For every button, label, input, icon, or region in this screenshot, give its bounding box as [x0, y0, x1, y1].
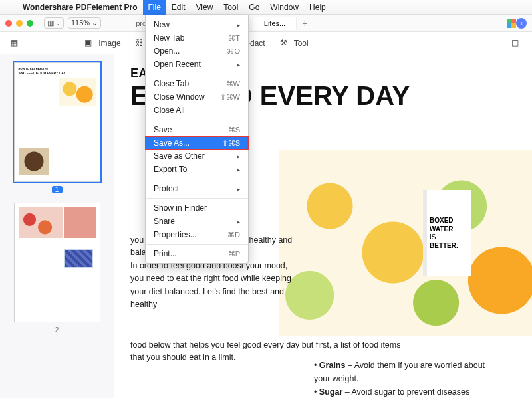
- menu-file[interactable]: File: [143, 0, 166, 15]
- menu-item-open-recent[interactable]: Open Recent: [146, 58, 248, 71]
- page-thumbnails-panel: HOW TO EAT HEALTHY AND FEEL GOOD EVERY D…: [0, 54, 114, 398]
- menu-item-shortcut: ⌘S: [228, 126, 240, 134]
- menu-item-properties[interactable]: Properties...⌘D: [146, 228, 248, 241]
- thumb1-coffee-icon: [19, 148, 49, 175]
- menu-item-shortcut: ⌘D: [227, 231, 240, 239]
- menu-item-label: Open...: [154, 47, 180, 56]
- close-window-button[interactable]: [5, 20, 12, 27]
- link-icon: ⛓: [136, 38, 146, 48]
- panel-toggle[interactable]: ◫: [511, 38, 521, 48]
- menu-window[interactable]: Window: [265, 0, 304, 15]
- menu-edit[interactable]: Edit: [166, 0, 191, 15]
- menu-separator: [146, 74, 248, 74]
- ribbon-image[interactable]: ▣Image: [84, 38, 120, 48]
- menu-item-save[interactable]: Save⌘S: [146, 123, 248, 136]
- menu-item-label: Save As...: [154, 138, 190, 148]
- hero-image: BOXED WATER IS BETTER.: [279, 150, 532, 336]
- menu-separator: [146, 179, 248, 179]
- thumb2-berries-icon: [64, 249, 93, 268]
- menu-item-label: Close Tab: [154, 79, 189, 88]
- tab-3[interactable]: Lifes...: [253, 17, 297, 30]
- menu-item-label: Open Recent: [154, 60, 201, 69]
- menu-item-shortcut: ⌘P: [228, 250, 240, 258]
- ribbon-image-label: Image: [98, 39, 120, 48]
- menu-item-save-as[interactable]: Save As...⇧⌘S: [146, 136, 248, 149]
- menu-item-label: Close All: [154, 106, 185, 115]
- para2: In order to feel good and boost your moo…: [130, 261, 291, 309]
- app-name: Wondershare PDFelement Pro: [17, 3, 143, 12]
- menu-item-new[interactable]: New: [146, 18, 248, 31]
- window-toolbar: ▥⌄ 115% ⌄ prod... Prod... color2 Lifes..…: [0, 15, 532, 32]
- menu-view[interactable]: View: [191, 0, 219, 15]
- page-thumbnail-1[interactable]: HOW TO EAT HEALTHY AND FEEL GOOD EVERY D…: [14, 62, 100, 182]
- menu-go[interactable]: Go: [243, 0, 265, 15]
- menu-item-open[interactable]: Open...⌘O: [146, 45, 248, 58]
- ribbon-tool[interactable]: ⚒Tool: [280, 38, 309, 48]
- carton-line: WATER: [430, 225, 468, 234]
- menu-item-shortcut: ⇧⌘W: [220, 93, 240, 102]
- menu-item-shortcut: ⇧⌘S: [222, 139, 240, 148]
- new-tab-button[interactable]: +: [297, 18, 313, 29]
- menu-separator: [146, 244, 248, 245]
- image-icon: ▣: [84, 38, 94, 48]
- menu-separator: [146, 120, 248, 120]
- menu-item-print[interactable]: Print...⌘P: [146, 247, 248, 260]
- menu-item-show-in-finder[interactable]: Show in Finder: [146, 201, 248, 215]
- menu-separator: [146, 198, 248, 199]
- menu-item-export-to[interactable]: Export To: [146, 163, 248, 176]
- panel-icon: ◫: [511, 38, 521, 48]
- carton-line: BOXED: [430, 217, 468, 225]
- page-thumbnail-2[interactable]: [14, 203, 100, 322]
- bullet-list: • Grains – Avoid them if you are worried…: [314, 359, 500, 398]
- menu-item-label: Share: [154, 217, 175, 226]
- menu-item-label: New: [154, 20, 170, 29]
- thumb1-line2: AND FEEL GOOD EVERY DAY: [19, 71, 66, 75]
- bullet-1-bold: Grains: [319, 361, 346, 370]
- carton-line: IS: [430, 233, 468, 242]
- zoom-select[interactable]: 115% ⌄: [68, 17, 101, 29]
- menu-item-shortcut: ⌘O: [227, 47, 240, 56]
- menu-item-close-window[interactable]: Close Window⇧⌘W: [146, 90, 248, 104]
- bullet-2-bold: Sugar: [319, 387, 342, 397]
- thumb1-hero-icon: [59, 78, 96, 106]
- page-1-badge: 1: [52, 186, 63, 193]
- app-launcher-icon[interactable]: [507, 19, 516, 28]
- page-2-label: 2: [8, 326, 106, 334]
- menu-item-label: Properties...: [154, 230, 197, 239]
- menu-item-save-as-other[interactable]: Save as Other: [146, 149, 248, 163]
- menu-item-new-tab[interactable]: New Tab⌘T: [146, 31, 248, 45]
- menu-item-close-all[interactable]: Close All: [146, 104, 248, 117]
- sidebar-toggle[interactable]: ▥⌄: [44, 17, 64, 29]
- traffic-lights: [5, 20, 33, 27]
- toolbox-icon: ⚒: [280, 38, 290, 48]
- ribbon-tool-label: Tool: [294, 39, 309, 48]
- zoom-window-button[interactable]: [27, 20, 33, 27]
- menu-item-label: Show in Finder: [154, 203, 207, 213]
- file-menu-dropdown: NewNew Tab⌘TOpen...⌘OOpen RecentClose Ta…: [145, 15, 249, 264]
- panel-icon: ▥: [47, 19, 54, 27]
- thumb2-card-icon: [64, 207, 96, 238]
- menu-item-shortcut: ⌘W: [226, 80, 240, 88]
- menu-item-close-tab[interactable]: Close Tab⌘W: [146, 77, 248, 90]
- thumb2-fruit-icon: [19, 207, 63, 238]
- menu-item-label: Save as Other: [154, 151, 205, 161]
- menu-item-share[interactable]: Share: [146, 215, 248, 228]
- grid-icon: ▦: [11, 38, 21, 48]
- menu-item-label: Close Window: [154, 92, 205, 102]
- thumb1-line1: HOW TO EAT HEALTHY: [19, 67, 49, 70]
- menu-help[interactable]: Help: [304, 0, 331, 15]
- account-avatar[interactable]: ♀: [516, 18, 527, 29]
- menu-item-label: New Tab: [154, 33, 184, 43]
- menu-tool[interactable]: Tool: [218, 0, 243, 15]
- view-grid-button[interactable]: ▦: [11, 38, 21, 48]
- menu-item-label: Protect: [154, 184, 179, 193]
- menu-item-label: Print...: [154, 249, 177, 258]
- minimize-window-button[interactable]: [16, 20, 23, 27]
- carton-line: BETTER.: [430, 242, 468, 250]
- mac-menubar: Wondershare PDFelement Pro File Edit Vie…: [0, 0, 532, 15]
- ribbon-toolbar: ▦ ▣Image ⛓Link ▤Form ▬Redact ⚒Tool ◫: [0, 32, 532, 54]
- menu-item-label: Export To: [154, 165, 187, 174]
- menu-item-protect[interactable]: Protect: [146, 182, 248, 195]
- menu-item-shortcut: ⌘T: [228, 34, 240, 43]
- menu-item-label: Save: [154, 125, 172, 134]
